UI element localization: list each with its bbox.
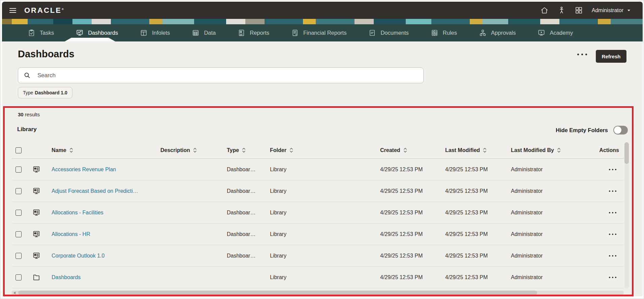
row-actions-menu[interactable] [609,190,616,192]
row-last-modified-by-cell: Administrator [507,231,587,237]
dashboard-item-icon [32,209,40,217]
column-header-folder[interactable]: Folder [266,147,376,153]
svg-text:$: $ [295,33,297,36]
column-header-type[interactable]: Type [223,147,266,153]
menu-icon[interactable] [9,6,17,14]
select-all-checkbox[interactable] [16,147,22,153]
page-overflow-menu[interactable] [577,54,587,55]
row-actions-menu[interactable] [609,255,616,257]
home-icon[interactable] [540,6,549,14]
tab-data[interactable]: Data [192,29,216,37]
row-type-icon-cell [27,187,48,195]
filter-chip-type[interactable]: Type Dashboard 1.0 [18,87,72,98]
tab-rules[interactable]: Rules [431,29,457,37]
reports-icon [238,29,245,37]
sort-icon[interactable] [69,147,73,153]
row-select-cell [11,253,27,259]
row-folder-cell: Library [266,210,376,216]
tab-infolets[interactable]: Infolets [140,29,170,37]
row-checkbox[interactable] [16,253,22,259]
column-header-last-modified-by[interactable]: Last Modified By [507,147,587,153]
tab-label: Reports [250,30,269,36]
tab-approvals[interactable]: Approvals [479,29,516,37]
item-name-link[interactable]: Accessories Revenue Plan [52,167,116,172]
tab-financial-reports[interactable]: $Financial Reports [291,29,346,37]
row-folder-cell: Library [266,253,376,259]
sort-icon[interactable] [483,147,487,153]
tab-academy[interactable]: Academy [538,29,573,37]
column-header-label: Description [160,147,190,153]
horizontal-scrollbar-thumb[interactable] [18,291,537,295]
hide-empty-folders-control: Hide Empty Folders [556,126,628,134]
row-created-cell: 4/29/25 12:53 PM [376,274,441,280]
user-menu-label: Administrator [592,7,623,13]
row-actions-menu[interactable] [609,277,616,278]
item-name-link[interactable]: Adjust Forecast Based on Predicti… [52,188,138,194]
row-actions-cell [587,255,624,257]
tab-label: Tasks [40,30,54,36]
sort-icon[interactable] [557,147,561,153]
tab-dashboards[interactable]: Dashboards [76,29,118,37]
row-created-cell: 4/29/25 12:53 PM [376,231,441,237]
row-actions-cell [587,234,624,235]
dashboard-item-icon [32,187,40,195]
row-last-modified-by-cell: Administrator [507,167,587,173]
column-header-description[interactable]: Description [156,147,223,153]
row-actions-menu[interactable] [609,212,616,213]
scroll-left-arrow-icon[interactable] [13,292,16,294]
column-header-created[interactable]: Created [376,147,441,153]
documents-icon [368,29,376,37]
tab-documents[interactable]: Documents [368,29,408,37]
sort-icon[interactable] [289,147,293,153]
results-count-number: 30 [18,112,24,117]
row-select-cell [11,231,27,237]
search-icon [24,72,31,79]
tab-label: Infolets [152,30,170,36]
sort-icon[interactable] [193,147,197,153]
row-actions-menu[interactable] [609,234,616,235]
navigator-icon[interactable] [575,6,583,14]
row-type-icon-cell [27,230,48,238]
horizontal-scrollbar[interactable] [11,291,624,295]
refresh-button[interactable]: Refresh [596,50,626,63]
hide-empty-folders-toggle[interactable] [613,126,628,134]
column-header-name[interactable]: Name [48,147,156,153]
row-type-cell: Dashboar… [223,188,266,194]
column-header-last-modified[interactable]: Last Modified [441,147,507,153]
row-checkbox[interactable] [16,167,22,173]
tab-tasks[interactable]: Tasks [28,29,54,37]
row-checkbox[interactable] [16,231,22,237]
filter-chip-value: Dashboard 1.0 [35,90,67,95]
row-checkbox[interactable] [16,210,22,216]
item-name-link[interactable]: Dashboards [52,274,81,280]
table-header: NameDescriptionTypeFolderCreatedLast Mod… [11,142,624,159]
row-checkbox[interactable] [16,188,22,194]
sort-icon[interactable] [242,147,246,153]
tab-label: Approvals [491,30,516,36]
item-name-link[interactable]: Corporate Outlook 1.0 [52,253,104,259]
rules-icon [431,29,438,37]
user-menu[interactable]: Administrator [592,7,631,13]
sort-icon[interactable] [403,147,407,153]
row-last-modified-cell: 4/29/25 12:53 PM [441,188,507,194]
top-bar: ORACLE® Administrator [2,2,643,19]
row-actions-menu[interactable] [609,169,616,170]
row-name-cell: Accessories Revenue Plan [48,167,156,173]
item-name-link[interactable]: Allocations - HR [52,231,90,237]
vertical-scrollbar-thumb[interactable] [624,142,629,164]
vertical-scrollbar[interactable] [624,142,629,289]
row-type-icon-cell [27,252,48,260]
approvals-icon [479,29,487,37]
item-name-link[interactable]: Allocations - Facilities [52,210,103,215]
row-type-icon-cell [27,273,48,281]
search-input[interactable] [37,72,418,79]
row-last-modified-cell: 4/29/25 12:53 PM [441,210,507,216]
row-folder-cell: Library [266,188,376,194]
row-select-cell [11,210,27,216]
row-actions-cell [587,190,624,192]
row-last-modified-cell: 4/29/25 12:53 PM [441,167,507,173]
row-checkbox[interactable] [16,274,22,280]
tab-reports[interactable]: Reports [238,29,269,37]
column-header-label: Folder [270,147,286,153]
person-icon[interactable] [557,6,566,14]
